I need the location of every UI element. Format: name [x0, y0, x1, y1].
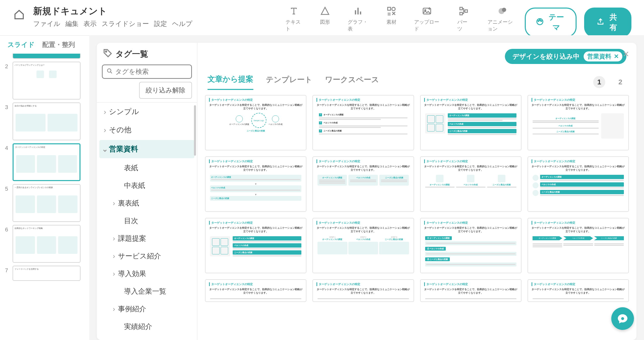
tag-sub-pricing[interactable]: ›価格表 [97, 335, 197, 340]
tag-sub-backcover[interactable]: ›裏表紙 [97, 194, 197, 212]
template-card[interactable]: ターゲットオーディエンスの特定ターゲットオーディエンスを特定することで、効果的な… [205, 279, 306, 302]
slide-thumb-5[interactable]: 一貫性のあるオンラインプレゼンスの構築 [13, 184, 80, 222]
chevron-right-icon: › [111, 270, 117, 278]
sidebar-tab-arrange[interactable]: 配置・整列 [42, 40, 75, 49]
template-card[interactable]: ターゲットオーディエンスの特定ターゲットオーディエンスを特定することで、効果的な… [205, 218, 306, 273]
upload-icon [422, 5, 432, 17]
tool-animation[interactable]: アニメーション [488, 5, 517, 32]
template-card[interactable]: ターゲットオーディエンスの特定ターゲットオーディエンスを特定することで、効果的な… [420, 156, 521, 212]
tool-parts[interactable]: パーツ [457, 5, 470, 32]
scrollbar[interactable] [194, 105, 196, 156]
toolbar: テキスト 図形 グラフ・表 素材 アップロード パーツ アニメーション [286, 5, 517, 32]
tool-upload[interactable]: アップロード [414, 5, 439, 32]
template-card[interactable]: ターゲットオーディエンスの特定ターゲットオーディエンスを特定することで、効果的な… [312, 279, 414, 302]
share-icon [597, 18, 604, 27]
tag-search[interactable] [102, 64, 192, 79]
shape-icon [320, 5, 330, 17]
tag-sub-effect[interactable]: ›導入効果 [97, 265, 197, 283]
chevron-down-icon: ⌄ [102, 145, 108, 153]
assets-icon [386, 5, 396, 17]
template-card[interactable]: ターゲットオーディエンスの特定ターゲットオーディエンスを特定することで、効果的な… [205, 95, 306, 150]
tab-templates[interactable]: テンプレート [266, 75, 312, 89]
slide-thumb-2[interactable]: パーソナルブランディングとは？ [13, 62, 80, 99]
tag-sub-cover[interactable]: 表紙 [97, 159, 197, 177]
tag-sub-section[interactable]: 中表紙 [97, 177, 197, 194]
tag-sub-service[interactable]: ›サービス紹介 [97, 247, 197, 265]
title-block: 新規ドキュメント ファイル 編集 表示 スライドショー 設定 ヘルプ [33, 5, 192, 28]
svg-point-5 [392, 7, 395, 11]
menu-settings[interactable]: 設定 [154, 19, 167, 28]
search-icon [107, 68, 113, 76]
filter-chip: デザインを絞り込み中 営業資料 ✕ [505, 49, 626, 64]
menu-edit[interactable]: 編集 [65, 19, 78, 28]
tool-assets[interactable]: 素材 [386, 5, 396, 32]
svg-rect-9 [460, 12, 462, 15]
template-main: デザインを絞り込み中 営業資料 ✕ 文章から提案 テンプレート ワークスペース … [197, 43, 636, 340]
share-button[interactable]: 共有 [584, 8, 631, 37]
svg-rect-8 [460, 7, 462, 10]
page-1[interactable]: 1 [593, 76, 605, 88]
tool-shape[interactable]: 図形 [320, 5, 330, 32]
tab-suggest[interactable]: 文章から提案 [208, 74, 253, 90]
slides-sidebar: スライド 配置・整列 ディングの作り方 2パーソナルブランディングとは？ 3自分… [0, 35, 89, 340]
chevron-right-icon: › [111, 252, 117, 260]
tag-sidebar: タグ一覧 絞り込み解除 ›シンプル ›その他 ⌄営業資料 表紙 中表紙 ›裏表紙… [97, 43, 197, 340]
svg-marker-0 [321, 7, 329, 14]
template-card[interactable]: ターゲットオーディエンスの特定ターゲットオーディエンスを特定することで、効果的な… [420, 279, 521, 302]
menu-slideshow[interactable]: スライドショー [102, 19, 149, 28]
tag-sub-clients[interactable]: 導入企業一覧 [97, 283, 197, 300]
slide-thumb-4[interactable]: ターゲットオーディエンスの特定 [13, 143, 80, 181]
sidebar-tab-slides[interactable]: スライド [8, 40, 35, 49]
home-icon[interactable] [13, 8, 26, 22]
text-icon [289, 5, 299, 17]
svg-rect-4 [388, 7, 391, 10]
parts-icon [459, 5, 469, 17]
tag-category-other[interactable]: ›その他 [97, 121, 197, 139]
template-card[interactable]: ターゲットオーディエンスの特定ターゲットオーディエンスを特定することで、効果的な… [312, 218, 414, 273]
slide-thumb-1[interactable]: ディングの作り方 [13, 54, 80, 59]
chevron-right-icon: › [102, 126, 108, 134]
tag-search-input[interactable] [115, 68, 187, 76]
tab-workspace[interactable]: ワークスペース [325, 75, 379, 89]
template-card[interactable]: ターゲットオーディエンスの特定ターゲットオーディエンスを特定することで、効果的な… [205, 156, 306, 212]
template-card[interactable]: ターゲットオーディエンスの特定ターゲットオーディエンスを特定することで、効果的な… [420, 95, 521, 150]
template-card[interactable]: ターゲットオーディエンスの特定ターゲットオーディエンスを特定することで、効果的な… [312, 156, 414, 212]
tool-text[interactable]: テキスト [286, 5, 302, 32]
filter-reset-button[interactable]: 絞り込み解除 [139, 82, 192, 99]
template-card[interactable]: ターゲットオーディエンスの特定ターゲットオーディエンスを特定することで、効果的な… [528, 279, 629, 302]
tag-sub-cases[interactable]: ›事例紹介 [97, 300, 197, 318]
chevron-right-icon: › [111, 234, 117, 243]
filter-tag-pill[interactable]: 営業資料 ✕ [584, 51, 622, 61]
tag-sub-results[interactable]: 実績紹介 [97, 318, 197, 335]
tag-category-list[interactable]: ›シンプル ›その他 ⌄営業資料 表紙 中表紙 ›裏表紙 目次 ›課題提案 ›サ… [97, 102, 197, 340]
svg-point-17 [105, 51, 107, 52]
close-icon[interactable]: ✕ [623, 49, 629, 59]
tool-chart[interactable]: グラフ・表 [348, 5, 369, 32]
tag-category-sales[interactable]: ⌄営業資料 [99, 140, 194, 158]
chat-fab[interactable] [611, 307, 634, 330]
tag-sub-toc[interactable]: 目次 [97, 212, 197, 230]
slide-thumb-6[interactable]: 効果的なネットワーキング戦略 [13, 225, 80, 263]
page-2[interactable]: 2 [614, 76, 626, 88]
palette-icon [536, 18, 544, 27]
svg-point-18 [107, 69, 111, 72]
menu-view[interactable]: 表示 [84, 19, 97, 28]
menu-help[interactable]: ヘルプ [172, 19, 192, 28]
tag-panel: ✕ タグ一覧 絞り込み解除 ›シンプル ›その他 ⌄営業資料 表紙 中表 [97, 43, 636, 340]
slides-list[interactable]: ディングの作り方 2パーソナルブランディングとは？ 3自分の強みを明確にする 4… [0, 54, 89, 340]
slide-thumb-7[interactable]: フィードバックを活用する [13, 266, 80, 281]
theme-button[interactable]: テーマ [525, 8, 576, 37]
menu-file[interactable]: ファイル [33, 19, 60, 28]
slide-thumb-3[interactable]: 自分の強みを明確にする [13, 103, 80, 140]
template-card[interactable]: ターゲットオーディエンスの特定ターゲットオーディエンスを特定することで、効果的な… [420, 218, 521, 273]
tag-sub-issue[interactable]: ›課題提案 [97, 230, 197, 247]
template-card[interactable]: ターゲットオーディエンスの特定ターゲットオーディエンスを特定することで、効果的な… [528, 156, 629, 212]
template-card[interactable]: ターゲットオーディエンスの特定ターゲットオーディエンスを特定することで、効果的な… [528, 95, 629, 150]
template-grid[interactable]: ターゲットオーディエンスの特定ターゲットオーディエンスを特定することで、効果的な… [205, 90, 629, 340]
remove-tag-icon[interactable]: ✕ [614, 53, 619, 60]
template-card[interactable]: ターゲットオーディエンスの特定ターゲットオーディエンスを特定することで、効果的な… [528, 218, 629, 273]
template-card[interactable]: ターゲットオーディエンスの特定ターゲットオーディエンスを特定することで、効果的な… [312, 95, 414, 150]
document-title[interactable]: 新規ドキュメント [33, 5, 192, 17]
tag-category-simple[interactable]: ›シンプル [97, 103, 197, 121]
svg-rect-1 [355, 10, 356, 15]
